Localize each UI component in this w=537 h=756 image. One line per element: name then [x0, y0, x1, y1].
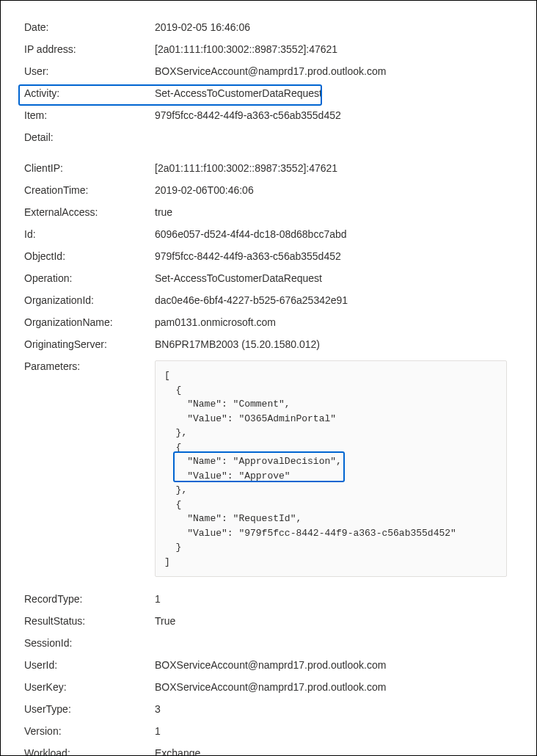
row-ip: IP address: [2a01:111:f100:3002::8987:35… [24, 43, 513, 58]
code-line: { [164, 442, 181, 453]
value-operation: Set-AccessToCustomerDataRequest [155, 272, 513, 284]
value-externalaccess: true [155, 206, 513, 218]
row-workload: Workload: Exchange [24, 747, 513, 756]
row-sessionid: SessionId: [24, 637, 513, 652]
row-externalaccess: ExternalAccess: true [24, 206, 513, 221]
label-activity: Activity: [24, 87, 155, 99]
code-line: [ [164, 370, 170, 381]
label-originatingserver: OriginatingServer: [24, 338, 155, 350]
label-clientip: ClientIP: [24, 162, 155, 174]
label-date: Date: [24, 21, 155, 33]
value-objectid: 979f5fcc-8442-44f9-a363-c56ab355d452 [155, 250, 513, 262]
label-creationtime: CreationTime: [24, 184, 155, 196]
value-organizationname: pam0131.onmicrosoft.com [155, 316, 513, 328]
label-item: Item: [24, 109, 155, 121]
label-userid: UserId: [24, 659, 155, 671]
value-version: 1 [155, 725, 513, 737]
value-organizationid: dac0e46e-6bf4-4227-b525-676a25342e91 [155, 294, 513, 306]
value-usertype: 3 [155, 703, 513, 715]
label-user: User: [24, 65, 155, 77]
label-usertype: UserType: [24, 703, 155, 715]
row-usertype: UserType: 3 [24, 703, 513, 718]
value-clientip: [2a01:111:f100:3002::8987:3552]:47621 [155, 162, 513, 174]
code-line: ] [164, 556, 170, 567]
row-user: User: BOXServiceAccount@namprd17.prod.ou… [24, 65, 513, 80]
value-date: 2019-02-05 16:46:06 [155, 21, 513, 33]
label-organizationname: OrganizationName: [24, 316, 155, 328]
value-ip: [2a01:111:f100:3002::8987:3552]:47621 [155, 43, 513, 55]
value-item: 979f5fcc-8442-44f9-a363-c56ab355d452 [155, 109, 513, 121]
code-line: { [164, 385, 181, 396]
value-activity: Set-AccessToCustomerDataRequest [155, 87, 513, 99]
row-userid: UserId: BOXServiceAccount@namprd17.prod.… [24, 659, 513, 674]
value-creationtime: 2019-02-06T00:46:06 [155, 184, 513, 196]
row-creationtime: CreationTime: 2019-02-06T00:46:06 [24, 184, 513, 199]
row-originatingserver: OriginatingServer: BN6PR17MB2003 (15.20.… [24, 338, 513, 353]
row-detail: Detail: [24, 131, 513, 146]
value-userid: BOXServiceAccount@namprd17.prod.outlook.… [155, 659, 513, 671]
code-line: }, [164, 427, 187, 438]
value-id: 6096e057-d524-4f44-dc18-08d68bcc7abd [155, 228, 513, 240]
label-userkey: UserKey: [24, 681, 155, 693]
code-line: "Name": "ApprovalDecision", [164, 456, 342, 467]
value-resultstatus: True [155, 615, 513, 627]
label-parameters: Parameters: [24, 360, 155, 372]
label-externalaccess: ExternalAccess: [24, 206, 155, 218]
code-line: { [164, 499, 181, 510]
row-recordtype: RecordType: 1 [24, 593, 513, 608]
parameters-code: [ { "Name": "Comment", "Value": "O365Adm… [155, 360, 507, 577]
code-line: }, [164, 484, 187, 495]
code-line: "Value": "979f5fcc-8442-44f9-a363-c56ab3… [164, 528, 456, 539]
label-operation: Operation: [24, 272, 155, 284]
value-userkey: BOXServiceAccount@namprd17.prod.outlook.… [155, 681, 513, 693]
label-organizationid: OrganizationId: [24, 294, 155, 306]
label-id: Id: [24, 228, 155, 240]
value-originatingserver: BN6PR17MB2003 (15.20.1580.012) [155, 338, 513, 350]
value-recordtype: 1 [155, 593, 513, 605]
row-clientip: ClientIP: [2a01:111:f100:3002::8987:3552… [24, 162, 513, 177]
row-resultstatus: ResultStatus: True [24, 615, 513, 630]
code-line: } [164, 542, 181, 553]
row-organizationid: OrganizationId: dac0e46e-6bf4-4227-b525-… [24, 294, 513, 309]
row-version: Version: 1 [24, 725, 513, 740]
label-workload: Workload: [24, 747, 155, 756]
label-detail: Detail: [24, 131, 155, 143]
label-resultstatus: ResultStatus: [24, 615, 155, 627]
row-userkey: UserKey: BOXServiceAccount@namprd17.prod… [24, 681, 513, 696]
label-objectid: ObjectId: [24, 250, 155, 262]
label-ip: IP address: [24, 43, 155, 55]
row-organizationname: OrganizationName: pam0131.onmicrosoft.co… [24, 316, 513, 331]
code-line: "Name": "RequestId", [164, 513, 302, 524]
label-recordtype: RecordType: [24, 593, 155, 605]
row-activity: Activity: Set-AccessToCustomerDataReques… [24, 87, 513, 102]
row-date: Date: 2019-02-05 16:46:06 [24, 21, 513, 36]
label-version: Version: [24, 725, 155, 737]
code-line: "Value": "O365AdminPortal" [164, 413, 336, 424]
value-user: BOXServiceAccount@namprd17.prod.outlook.… [155, 65, 513, 77]
row-operation: Operation: Set-AccessToCustomerDataReque… [24, 272, 513, 287]
code-line: "Name": "Comment", [164, 399, 291, 410]
row-id: Id: 6096e057-d524-4f44-dc18-08d68bcc7abd [24, 228, 513, 243]
row-item: Item: 979f5fcc-8442-44f9-a363-c56ab355d4… [24, 109, 513, 124]
row-parameters: Parameters: [ { "Name": "Comment", "Valu… [24, 360, 513, 577]
value-workload: Exchange [155, 747, 513, 756]
label-sessionid: SessionId: [24, 637, 155, 649]
code-line: "Value": "Approve" [164, 470, 291, 481]
row-objectid: ObjectId: 979f5fcc-8442-44f9-a363-c56ab3… [24, 250, 513, 265]
